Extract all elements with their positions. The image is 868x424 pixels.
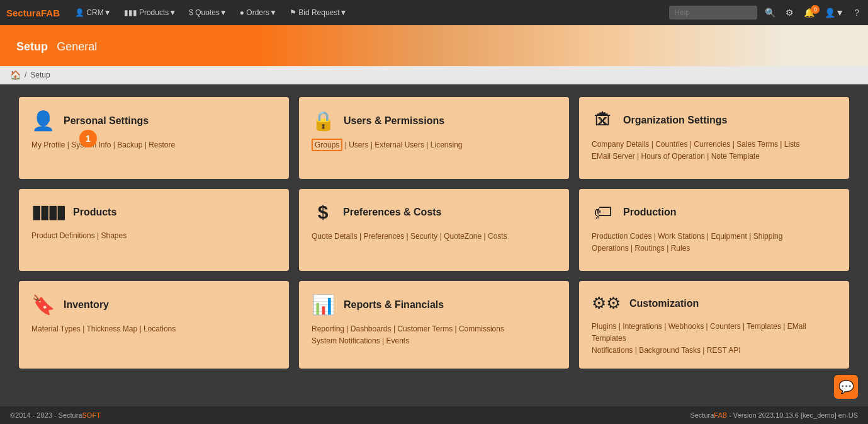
link-notifications[interactable]: Notifications [592,346,633,355]
link-hours-of-operation[interactable]: Hours of Operation [641,152,704,161]
help-search-input[interactable] [669,6,757,20]
link-my-profile[interactable]: My Profile [31,140,65,149]
card-inventory-links: Material Types | Thickness Map | Locatio… [31,323,276,335]
setup-grid: 👤 Personal Settings My Profile | System … [19,97,849,369]
card-preferences-costs[interactable]: $ Preferences & Costs Quote Details | Pr… [299,189,569,271]
link-restore[interactable]: Restore [149,140,175,149]
link-system-notifications[interactable]: System Notifications [312,336,380,345]
link-product-definitions[interactable]: Product Definitions [31,231,95,240]
link-users[interactable]: Users [349,140,368,149]
breadcrumb-home-icon[interactable]: 🏠 [10,70,21,80]
customization-gear-icon: ⚙⚙ [592,294,621,313]
annotation-1: 1 [79,130,97,147]
link-plugins[interactable]: Plugins [592,322,616,331]
card-reports-financials[interactable]: 📊 Reports & Financials Reporting | Dashb… [299,281,569,369]
link-material-types[interactable]: Material Types [31,324,81,333]
link-licensing[interactable]: Licensing [431,140,463,149]
nav-bid-request[interactable]: ⚑ Bid Request▼ [285,6,352,20]
card-production-header: 🏷 Production [592,202,837,223]
card-organization-settings[interactable]: 🏚 Organization Settings Company Details … [579,97,849,179]
link-external-users[interactable]: External Users [375,140,424,149]
link-operations[interactable]: Operations [592,244,629,253]
link-equipment[interactable]: Equipment [711,232,747,241]
help-icon[interactable]: ? [852,6,862,19]
link-thickness-map[interactable]: Thickness Map [86,324,137,333]
top-navigation: SecturaFAB 👤 CRM▼ ▮▮▮ Products▼ $ Quotes… [0,0,868,25]
brand-logo[interactable]: SecturaFAB [6,8,60,18]
link-shipping[interactable]: Shipping [753,232,783,241]
card-users-permissions-header: 🔒 Users & Permissions [312,110,556,132]
card-customization-title: Customization [629,298,699,309]
link-currencies[interactable]: Currencies [694,140,730,149]
link-shapes[interactable]: Shapes [101,231,127,240]
card-personal-settings[interactable]: 👤 Personal Settings My Profile | System … [19,97,289,179]
link-webhooks[interactable]: Webhooks [668,322,704,331]
building-icon: 🏚 [592,110,614,131]
page-title: Setup General [13,38,97,54]
chat-button[interactable]: 💬 [834,375,858,399]
card-products[interactable]: ▮▮▮▮ Products Product Definitions | Shap… [19,189,289,271]
gear-icon[interactable]: ⚙ [783,6,796,19]
chat-icon: 💬 [838,379,854,394]
link-locations[interactable]: Locations [144,324,176,333]
link-countries[interactable]: Countries [655,140,687,149]
link-quote-details[interactable]: Quote Details [312,232,358,241]
link-backup[interactable]: Backup [117,140,142,149]
search-icon[interactable]: 🔍 [762,6,778,19]
link-events[interactable]: Events [386,336,410,345]
dollar-icon: $ [312,202,334,223]
link-preferences[interactable]: Preferences [364,232,405,241]
nav-products[interactable]: ▮▮▮ Products▼ [119,6,182,20]
notification-bell[interactable]: 🔔 0 [801,8,817,18]
card-inventory[interactable]: 🔖 Inventory Material Types | Thickness M… [19,281,289,369]
link-email-server[interactable]: EMail Server [592,152,635,161]
link-counters[interactable]: Counters [710,322,741,331]
card-production-title: Production [623,207,676,218]
link-rest-api[interactable]: REST API [707,346,741,355]
card-customization[interactable]: ⚙⚙ Customization Plugins | Integrations … [579,281,849,369]
card-production[interactable]: 🏷 Production Production Codes | Work Sta… [579,189,849,271]
bookmark-icon: 🔖 [31,294,55,316]
card-organization-settings-links: Company Details | Countries | Currencies… [592,139,837,163]
card-personal-settings-links: My Profile | System Info | Backup | Rest… [31,139,276,151]
notification-badge: 0 [811,5,820,14]
link-company-details[interactable]: Company Details [592,140,649,149]
link-dashboards[interactable]: Dashboards [351,324,392,333]
link-production-codes[interactable]: Production Codes [592,232,651,241]
card-reports-financials-header: 📊 Reports & Financials [312,294,556,316]
card-preferences-costs-title: Preferences & Costs [343,207,442,218]
link-templates[interactable]: Templates [747,322,781,331]
link-integrations[interactable]: Integrations [623,322,662,331]
nav-crm[interactable]: 👤 CRM▼ [70,6,116,20]
link-reporting[interactable]: Reporting [312,324,344,333]
link-rules[interactable]: Rules [671,244,690,253]
header-banner: Setup General [0,25,868,66]
tag-icon: 🏷 [592,202,614,223]
link-routings[interactable]: Routings [635,244,665,253]
user-icon[interactable]: 👤▼ [822,6,847,19]
footer-left: ©2014 - 2023 - SecturaSOFT [10,411,101,419]
card-customization-links: Plugins | Integrations | Webhooks | Coun… [592,321,837,357]
link-lists[interactable]: Lists [784,140,800,149]
link-commissions[interactable]: Commissions [459,324,504,333]
breadcrumb: 🏠 / Setup [0,66,868,84]
link-costs[interactable]: Costs [488,232,507,241]
link-work-stations[interactable]: Work Stations [658,232,704,241]
link-note-template[interactable]: Note Template [711,152,760,161]
card-preferences-costs-links: Quote Details | Preferences | Security |… [312,231,556,243]
brand-highlight: FAB [41,8,60,18]
link-sales-terms[interactable]: Sales Terms [736,140,778,149]
chart-icon: 📊 [312,294,335,316]
card-products-header: ▮▮▮▮ Products [31,202,276,222]
link-groups[interactable]: Groups [312,139,342,151]
card-users-permissions[interactable]: 🔒 Users & Permissions Groups | Users | E… [299,97,569,179]
card-reports-financials-links: Reporting | Dashboards | Customer Terms … [312,323,556,347]
link-customer-terms[interactable]: Customer Terms [397,324,453,333]
barcode-icon: ▮▮▮▮ [31,202,64,222]
nav-quotes[interactable]: $ Quotes▼ [184,6,232,20]
nav-orders[interactable]: ● Orders▼ [235,6,282,20]
link-security[interactable]: Security [410,232,437,241]
link-quotezone[interactable]: QuoteZone [444,232,482,241]
card-organization-settings-title: Organization Settings [623,115,727,126]
link-background-tasks[interactable]: Background Tasks [639,346,701,355]
